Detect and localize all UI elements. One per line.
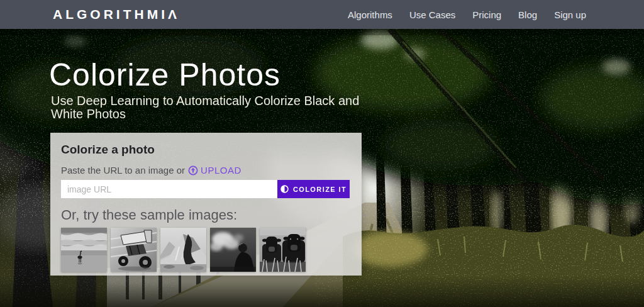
nav-item-pricing[interactable]: Pricing xyxy=(472,9,501,20)
subtitle-line-2: White Photos xyxy=(51,108,359,121)
half-circle-contrast-icon xyxy=(280,185,289,193)
instruction-row: Paste the URL to an image or UPLOAD xyxy=(61,165,351,176)
navbar: ALGORITHMIΛ Algorithms Use Cases Pricing… xyxy=(0,0,644,29)
url-form: COLORIZE IT xyxy=(61,180,351,198)
colorize-button-label: COLORIZE IT xyxy=(293,186,347,193)
nav-menu: Algorithms Use Cases Pricing Blog Sign u… xyxy=(348,9,644,20)
page-title: Colorize Photos xyxy=(49,57,280,93)
sample-image-race-car[interactable] xyxy=(111,228,157,272)
upload-label: UPLOAD xyxy=(201,165,242,176)
sample-image-bird-on-beach[interactable] xyxy=(61,228,107,272)
nav-item-algorithms[interactable]: Algorithms xyxy=(348,9,392,20)
sample-image-mountain[interactable] xyxy=(160,228,206,272)
nav-item-use-cases[interactable]: Use Cases xyxy=(409,9,455,20)
hero-section: Colorize Photos Use Deep Learning to Aut… xyxy=(0,29,644,307)
sample-image-person-smoke[interactable] xyxy=(210,228,256,272)
nav-item-sign-up[interactable]: Sign up xyxy=(554,9,586,20)
instruction-text: Paste the URL to an image or xyxy=(61,165,185,176)
colorize-button[interactable]: COLORIZE IT xyxy=(277,180,350,198)
samples-heading: Or, try these sample images: xyxy=(61,207,351,223)
page-subtitle: Use Deep Learning to Automatically Color… xyxy=(51,94,359,121)
image-url-input[interactable] xyxy=(61,180,277,198)
subtitle-line-1: Use Deep Learning to Automatically Color… xyxy=(51,94,359,108)
colorize-card: Colorize a photo Paste the URL to an ima… xyxy=(50,133,362,276)
nav-item-blog[interactable]: Blog xyxy=(518,9,537,20)
card-title: Colorize a photo xyxy=(61,143,351,157)
algorithmia-logo[interactable]: ALGORITHMIΛ xyxy=(53,7,180,22)
upload-icon xyxy=(188,165,198,176)
upload-link[interactable]: UPLOAD xyxy=(188,165,242,176)
sample-image-cattle[interactable] xyxy=(260,228,306,272)
sample-images-row xyxy=(61,228,351,272)
